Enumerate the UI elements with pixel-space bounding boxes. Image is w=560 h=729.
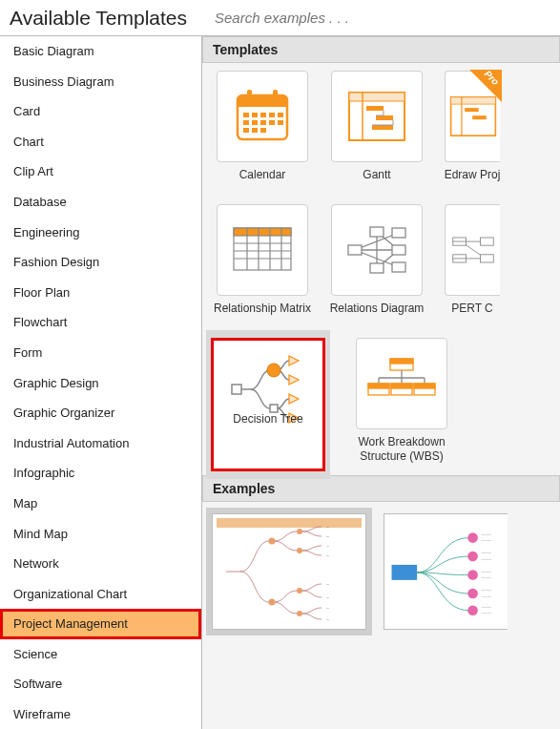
svg-point-76 <box>269 538 276 545</box>
svg-rect-6 <box>252 113 258 117</box>
sidebar-item-project-management[interactable]: Project Management <box>0 609 201 639</box>
edraw-project-icon: Pro <box>445 71 500 162</box>
svg-rect-19 <box>349 93 404 101</box>
svg-text:—: — <box>326 544 329 548</box>
svg-point-77 <box>269 599 276 606</box>
svg-text:—: — <box>326 617 329 621</box>
svg-rect-5 <box>243 113 249 117</box>
template-label: Relations Diagram <box>330 296 425 328</box>
svg-point-95 <box>467 605 478 615</box>
sidebar-item-network[interactable]: Network <box>0 549 201 579</box>
svg-rect-17 <box>260 128 266 133</box>
svg-point-94 <box>467 589 478 599</box>
sidebar-item-graphic-organizer[interactable]: Graphic Organizer <box>0 398 201 428</box>
svg-text:———: ——— <box>481 605 491 609</box>
svg-text:—: — <box>326 525 329 529</box>
sidebar-item-form[interactable]: Form <box>0 338 201 368</box>
sidebar-item-science[interactable]: Science <box>0 639 201 670</box>
templates-header: Templates <box>202 36 560 63</box>
examples-header: Examples <box>202 475 560 502</box>
template-relationship-matrix[interactable]: Relationship Matrix <box>210 204 315 328</box>
svg-rect-12 <box>260 120 266 125</box>
sidebar-item-floor-plan[interactable]: Floor Plan <box>0 278 201 308</box>
sidebar-item-organizational-chart[interactable]: Organizational Chart <box>0 579 201 610</box>
svg-text:———: ——— <box>481 538 491 542</box>
svg-point-78 <box>297 529 302 534</box>
svg-rect-75 <box>217 518 362 528</box>
example-decision-tree-1[interactable]: ———— ———— <box>212 513 366 630</box>
sidebar-item-engineering[interactable]: Engineering <box>0 218 201 248</box>
sidebar-item-business-diagram[interactable]: Business Diagram <box>0 67 201 97</box>
template-decision-tree[interactable]: Decision Tree <box>206 330 330 479</box>
svg-point-60 <box>267 364 280 377</box>
sidebar-item-chart[interactable]: Chart <box>0 127 201 157</box>
sidebar-item-basic-diagram[interactable]: Basic Diagram <box>0 36 201 67</box>
svg-rect-27 <box>465 108 479 112</box>
sidebar-item-fashion-design[interactable]: Fashion Design <box>0 247 201 278</box>
svg-rect-11 <box>252 120 258 125</box>
sidebar-item-graphic-design[interactable]: Graphic Design <box>0 368 201 399</box>
sidebar-item-infographic[interactable]: Infographic <box>0 458 201 489</box>
template-label: Relationship Matrix <box>214 296 311 328</box>
svg-rect-10 <box>243 120 249 125</box>
svg-text:———: ——— <box>481 594 491 598</box>
svg-rect-55 <box>480 238 493 245</box>
svg-rect-74 <box>414 384 435 388</box>
svg-rect-13 <box>269 120 275 125</box>
svg-point-81 <box>297 611 302 616</box>
svg-rect-70 <box>368 384 389 388</box>
svg-rect-72 <box>391 384 412 388</box>
template-calendar[interactable]: Calendar <box>210 71 315 195</box>
svg-rect-7 <box>260 113 266 117</box>
sidebar-item-database[interactable]: Database <box>0 187 201 218</box>
template-label: Calendar <box>239 162 286 195</box>
svg-text:—: — <box>326 606 329 610</box>
search-input[interactable] <box>215 6 554 30</box>
svg-point-91 <box>467 532 478 543</box>
search-wrap <box>215 2 560 33</box>
svg-rect-16 <box>252 128 258 133</box>
sidebar-item-map[interactable]: Map <box>0 489 201 519</box>
sidebar-item-flowchart[interactable]: Flowchart <box>0 307 201 338</box>
svg-rect-59 <box>232 385 241 394</box>
calendar-icon <box>217 71 308 162</box>
svg-text:—: — <box>326 553 329 557</box>
svg-rect-4 <box>273 90 278 99</box>
template-edraw-project[interactable]: Pro Edraw Proj <box>439 71 506 195</box>
svg-rect-15 <box>243 128 249 133</box>
sidebar-item-wireframe[interactable]: Wireframe <box>0 699 201 729</box>
template-gantt[interactable]: Gantt <box>324 71 429 195</box>
svg-rect-56 <box>480 255 493 262</box>
gantt-icon <box>331 71 423 162</box>
svg-point-93 <box>467 570 478 580</box>
template-wbs[interactable]: Work Breakdown Structure (WBS) <box>340 338 464 471</box>
examples-grid: ———— ———— <box>202 502 560 641</box>
svg-rect-22 <box>376 115 393 120</box>
decision-tree-icon: Decision Tree <box>211 338 325 471</box>
svg-rect-30 <box>234 228 291 236</box>
template-pert[interactable]: PERT C <box>439 204 506 328</box>
svg-rect-9 <box>278 113 283 117</box>
template-relations-diagram[interactable]: Relations Diagram <box>324 204 429 328</box>
header-bar: Available Templates <box>0 0 560 36</box>
svg-rect-14 <box>278 120 283 125</box>
example-decision-tree-2[interactable]: —————— —————— —————— —————— —————— <box>384 513 508 630</box>
sidebar-item-industrial-automation[interactable]: Industrial Automation <box>0 428 201 459</box>
sidebar-item-mind-map[interactable]: Mind Map <box>0 519 201 550</box>
relations-icon <box>331 204 423 296</box>
svg-rect-28 <box>472 115 487 119</box>
svg-rect-3 <box>247 90 252 99</box>
pro-badge: Pro <box>469 70 502 102</box>
sidebar-item-clip-art[interactable]: Clip Art <box>0 156 201 187</box>
svg-text:———: ——— <box>481 570 491 573</box>
template-label: Gantt <box>363 162 390 195</box>
svg-rect-47 <box>392 228 405 238</box>
svg-text:———: ——— <box>481 532 491 536</box>
svg-text:—: — <box>326 534 329 538</box>
svg-rect-2 <box>238 102 287 107</box>
svg-rect-23 <box>372 125 393 130</box>
svg-rect-90 <box>392 565 418 580</box>
svg-rect-45 <box>370 227 384 237</box>
sidebar-item-card[interactable]: Card <box>0 96 201 127</box>
sidebar-item-software[interactable]: Software <box>0 669 201 699</box>
